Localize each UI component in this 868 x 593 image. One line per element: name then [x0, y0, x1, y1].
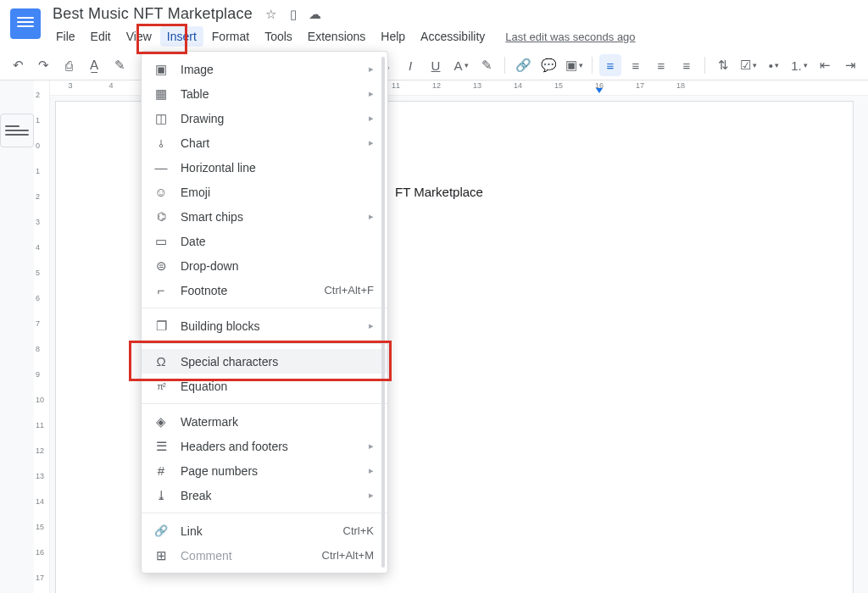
drawing-icon — [153, 111, 169, 126]
insert-menu-label: Page numbers — [181, 464, 258, 478]
insert-comment-button[interactable]: 💬 — [537, 54, 559, 76]
last-edit-link[interactable]: Last edit was seconds ago — [505, 30, 635, 43]
insert-menu-break[interactable]: Break▸ — [142, 483, 387, 507]
emoji-icon — [153, 185, 169, 200]
table-icon — [153, 86, 169, 102]
horizontal-line-icon — [153, 160, 169, 175]
insert-menu-label: Drop-down — [181, 259, 238, 273]
insert-menu-footnote[interactable]: FootnoteCtrl+Alt+F — [142, 278, 387, 302]
align-justify-button[interactable]: ≡ — [676, 54, 698, 76]
highlight-button[interactable]: ✎ — [476, 54, 498, 76]
insert-menu-label: Building blocks — [181, 319, 259, 333]
insert-menu-image[interactable]: Image▸ — [142, 57, 387, 81]
insert-menu-page-numbers[interactable]: Page numbers▸ — [142, 458, 387, 483]
insert-menu-headers-footers[interactable]: Headers and footers▸ — [142, 434, 387, 458]
submenu-arrow-icon: ▸ — [369, 490, 374, 501]
increase-indent-button[interactable]: ⇥ — [839, 54, 861, 76]
equation-icon — [153, 379, 169, 394]
link-icon — [153, 524, 169, 539]
building-blocks-icon — [153, 319, 169, 334]
insert-menu-label: Date — [181, 235, 206, 248]
insert-menu-link[interactable]: LinkCtrl+K — [142, 518, 387, 543]
menu-extensions[interactable]: Extensions — [301, 26, 372, 47]
insert-menu-dropdown: Image▸Table▸Drawing▸Chart▸Horizontal lin… — [141, 51, 388, 574]
comment-icon — [153, 548, 169, 563]
decrease-indent-button[interactable]: ⇤ — [814, 54, 836, 76]
insert-menu-chart[interactable]: Chart▸ — [142, 130, 387, 155]
insert-menu-special-characters[interactable]: Special characters — [142, 349, 387, 374]
underline-button[interactable]: U — [425, 54, 447, 76]
menu-format[interactable]: Format — [205, 26, 256, 47]
paint-format-button[interactable]: ✎ — [108, 54, 131, 76]
insert-menu-label: Horizontal line — [181, 161, 256, 175]
print-button[interactable]: ⎙ — [58, 54, 80, 76]
submenu-arrow-icon: ▸ — [369, 441, 374, 452]
insert-menu-equation[interactable]: Equation — [142, 374, 387, 398]
insert-menu-drawing[interactable]: Drawing▸ — [142, 106, 387, 130]
menu-view[interactable]: View — [120, 26, 159, 47]
insert-menu-label: Watermark — [181, 415, 238, 429]
insert-menu-table[interactable]: Table▸ — [142, 81, 387, 106]
break-icon — [153, 488, 169, 503]
submenu-arrow-icon: ▸ — [369, 465, 374, 476]
insert-menu-smart-chips[interactable]: Smart chips▸ — [142, 204, 387, 229]
align-right-button[interactable]: ≡ — [650, 54, 672, 76]
menu-file[interactable]: File — [49, 26, 82, 47]
menu-shortcut: Ctrl+Alt+M — [322, 549, 374, 562]
insert-menu-drop-down[interactable]: Drop-down — [142, 253, 387, 278]
menu-tools[interactable]: Tools — [258, 26, 299, 47]
submenu-arrow-icon: ▸ — [369, 64, 374, 75]
insert-menu-building-blocks[interactable]: Building blocks▸ — [142, 313, 387, 338]
align-center-button[interactable]: ≡ — [625, 54, 647, 76]
date-icon — [153, 234, 169, 249]
headers-footers-icon — [153, 439, 169, 454]
align-left-button[interactable]: ≡ — [599, 54, 621, 76]
spellcheck-button[interactable]: A̲ — [83, 54, 105, 76]
menu-insert[interactable]: Insert — [160, 26, 203, 47]
document-outline-icon[interactable] — [0, 114, 34, 147]
chart-icon — [153, 136, 169, 151]
insert-menu-label: Link — [181, 524, 203, 538]
drop-down-icon — [153, 258, 169, 274]
insert-menu-label: Chart — [181, 136, 209, 150]
menu-divider — [142, 308, 387, 308]
insert-image-button[interactable]: ▣▾ — [563, 54, 585, 76]
menu-divider — [142, 403, 387, 404]
insert-link-button[interactable]: 🔗 — [512, 54, 534, 76]
submenu-arrow-icon: ▸ — [369, 320, 374, 331]
document-title[interactable]: Best Music NFT Marketplace — [49, 3, 256, 25]
line-spacing-button[interactable]: ⇅ — [712, 54, 734, 76]
smart-chips-icon — [153, 209, 169, 224]
watermark-icon — [153, 414, 169, 430]
menu-divider — [142, 343, 387, 344]
move-icon[interactable]: ▯ — [285, 6, 302, 23]
menu-accessibility[interactable]: Accessibility — [414, 26, 492, 47]
insert-menu-comment: CommentCtrl+Alt+M — [142, 543, 387, 568]
menu-shortcut: Ctrl+K — [343, 524, 374, 537]
insert-menu-date[interactable]: Date — [142, 229, 387, 253]
star-icon[interactable]: ☆ — [263, 6, 280, 23]
submenu-arrow-icon: ▸ — [369, 88, 374, 99]
menu-help[interactable]: Help — [374, 26, 412, 47]
footnote-icon — [153, 283, 169, 298]
insert-menu-watermark[interactable]: Watermark — [142, 409, 387, 434]
special-characters-icon — [153, 354, 169, 369]
checklist-button[interactable]: ☑▾ — [737, 54, 760, 76]
text-color-button[interactable]: A▾ — [450, 54, 472, 76]
bulleted-list-button[interactable]: •▾ — [763, 54, 785, 76]
insert-menu-horizontal-line[interactable]: Horizontal line — [142, 155, 387, 180]
insert-menu-emoji[interactable]: Emoji — [142, 180, 387, 204]
insert-menu-label: Table — [181, 87, 209, 101]
redo-button[interactable]: ↷ — [32, 54, 54, 76]
italic-button[interactable]: I — [399, 54, 421, 76]
image-icon — [153, 62, 169, 77]
insert-menu-label: Headers and footers — [181, 440, 288, 453]
numbered-list-button[interactable]: 1.▾ — [788, 54, 810, 76]
undo-button[interactable]: ↶ — [7, 54, 29, 76]
page-numbers-icon — [153, 463, 169, 479]
docs-logo-icon[interactable] — [10, 8, 41, 39]
vertical-ruler: 21012345678910111213141516171819 — [34, 80, 50, 593]
cloud-saved-icon[interactable]: ☁ — [307, 6, 324, 23]
menu-edit[interactable]: Edit — [84, 26, 118, 47]
document-body-text[interactable]: FT Marketplace — [395, 185, 483, 199]
